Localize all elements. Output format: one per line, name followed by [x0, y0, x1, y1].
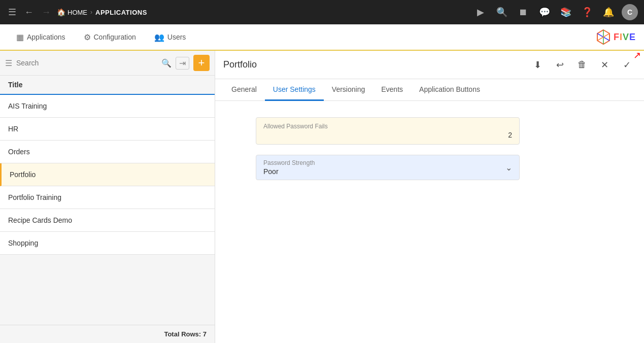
list-item[interactable]: Recipe Cards Demo [0, 209, 215, 232]
download-button[interactable]: ⬇ [528, 56, 547, 74]
avatar[interactable]: C [622, 4, 638, 20]
filter-icon[interactable]: ☰ [5, 58, 12, 68]
add-button[interactable]: + [193, 55, 210, 71]
allowed-password-fails-group: Allowed Password Fails 2 [256, 117, 520, 145]
five-logo-text: FIVE [614, 32, 636, 43]
nav-applications[interactable]: ▦ Applications [8, 28, 74, 46]
bell-icon[interactable]: 🔔 [600, 4, 617, 20]
list-item-portfolio[interactable]: Portfolio [0, 163, 215, 186]
list-item[interactable]: HR [0, 118, 215, 141]
allowed-password-fails-label: Allowed Password Fails [263, 123, 512, 130]
nav-configuration[interactable]: ⚙ Configuration [76, 28, 144, 46]
table-header: Title [0, 76, 215, 95]
nav-applications-label: Applications [27, 33, 65, 41]
list-item[interactable]: Portfolio Training [0, 186, 215, 209]
home-icon: 🏠 [57, 8, 65, 16]
password-strength-value: Poor [263, 167, 315, 176]
tab-general[interactable]: General [223, 79, 265, 101]
tabs: General User Settings Versioning Events … [215, 79, 644, 101]
table-title: Title [8, 81, 23, 89]
play-icon[interactable]: ▶ [472, 4, 489, 20]
stop-icon[interactable]: ⏹ [515, 4, 531, 20]
section-label: APPLICATIONS [95, 9, 147, 16]
chat-icon[interactable]: 💬 [536, 4, 553, 20]
topbar: ☰ ← → 🏠 HOME › APPLICATIONS ▶ 🔍 ⏹ 💬 📚 ❓ … [0, 0, 644, 24]
help-icon[interactable]: ❓ [579, 4, 595, 20]
tab-versioning[interactable]: Versioning [324, 79, 373, 101]
five-logo: FIVE [595, 29, 636, 45]
password-strength-dropdown[interactable]: Password Strength Poor ⌄ [256, 155, 520, 180]
navbar: ▦ Applications ⚙ Configuration 👥 Users F… [0, 24, 644, 51]
password-strength-group: Password Strength Poor ⌄ [256, 155, 520, 180]
password-strength-label: Password Strength [263, 159, 315, 166]
books-icon[interactable]: 📚 [558, 4, 574, 20]
forward-icon[interactable]: → [40, 5, 53, 20]
search-input[interactable] [16, 59, 157, 67]
restore-button[interactable]: ↩ [551, 56, 569, 74]
close-button[interactable]: ✕ [595, 56, 614, 74]
total-rows-label: Total Rows: 7 [164, 330, 207, 338]
right-panel: Portfolio ⬇ ↩ 🗑 ✕ ✓ ↗ General User Setti… [215, 51, 644, 343]
breadcrumb-sep-1: › [90, 9, 92, 16]
right-header: Portfolio ⬇ ↩ 🗑 ✕ ✓ ↗ [215, 51, 644, 79]
search-bar: ☰ 🔍 ⇥ + [0, 51, 215, 76]
breadcrumb: 🏠 HOME › APPLICATIONS [57, 8, 468, 16]
chevron-down-icon: ⌄ [505, 163, 512, 173]
delete-button[interactable]: 🗑 [573, 56, 591, 74]
arrow-indicator: ↗ [633, 50, 641, 61]
search-icon[interactable]: 🔍 [494, 4, 510, 20]
topbar-right: ▶ 🔍 ⏹ 💬 📚 ❓ 🔔 C [472, 4, 638, 20]
gear-icon: ⚙ [84, 32, 91, 42]
user-settings-content: Allowed Password Fails 2 Password Streng… [215, 101, 644, 343]
grid-icon: ▦ [16, 32, 24, 42]
record-title: Portfolio [223, 59, 524, 70]
move-icon[interactable]: ⇥ [176, 57, 189, 70]
back-icon[interactable]: ← [22, 5, 36, 20]
allowed-password-fails-field[interactable]: Allowed Password Fails 2 [256, 117, 520, 145]
nav-users-label: Users [167, 33, 186, 41]
users-icon: 👥 [154, 32, 164, 42]
nav-configuration-label: Configuration [94, 33, 136, 41]
home-label: HOME [67, 9, 87, 16]
list-item[interactable]: Orders [0, 141, 215, 163]
list-items: AIS Training HR Orders Portfolio Portfol… [0, 95, 215, 325]
allowed-password-fails-value[interactable]: 2 [263, 131, 512, 139]
list-item[interactable]: AIS Training [0, 95, 215, 118]
save-button[interactable]: ✓ ↗ [618, 56, 636, 74]
home-link[interactable]: 🏠 HOME [57, 8, 87, 16]
five-logo-icon [595, 29, 612, 45]
search-submit-icon[interactable]: 🔍 [161, 58, 172, 68]
tab-events[interactable]: Events [373, 79, 411, 101]
hamburger-icon[interactable]: ☰ [6, 5, 18, 20]
nav-users[interactable]: 👥 Users [146, 28, 194, 46]
left-panel: ☰ 🔍 ⇥ + Title AIS Training HR Orders Por… [0, 51, 215, 343]
main-layout: ☰ 🔍 ⇥ + Title AIS Training HR Orders Por… [0, 51, 644, 343]
tab-user-settings[interactable]: User Settings [265, 79, 324, 101]
list-item[interactable]: Shopping [0, 232, 215, 255]
tab-application-buttons[interactable]: Application Buttons [411, 79, 488, 101]
left-footer: Total Rows: 7 [0, 325, 215, 343]
